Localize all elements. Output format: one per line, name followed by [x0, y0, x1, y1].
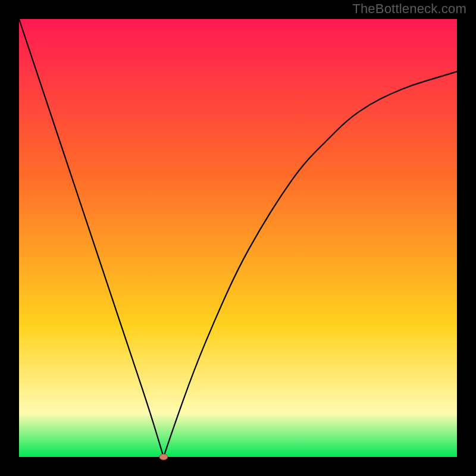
chart-svg: [0, 0, 476, 476]
chart-frame: TheBottleneck.com: [0, 0, 476, 476]
minimum-point-marker: [159, 454, 168, 460]
attribution-label: TheBottleneck.com: [352, 1, 466, 17]
plot-area: [19, 19, 457, 457]
